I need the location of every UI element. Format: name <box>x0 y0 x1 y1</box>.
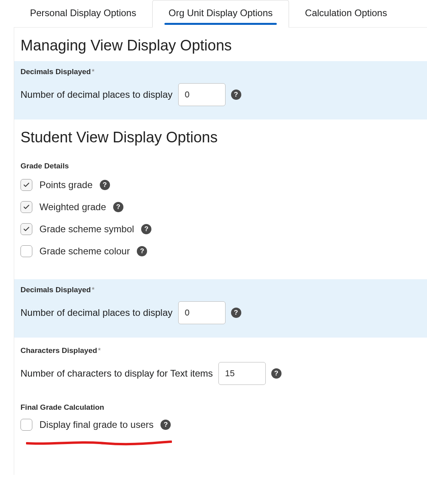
decimals-displayed-student: Decimals Displayed* Number of decimal pl… <box>14 279 427 338</box>
field-title-characters-displayed: Characters Displayed* <box>21 346 421 355</box>
help-icon[interactable]: ? <box>137 246 147 256</box>
label-grade-scheme-colour: Grade scheme colour <box>39 246 130 257</box>
checkbox-display-final-grade[interactable] <box>21 419 32 431</box>
characters-displayed-section: Characters Displayed* Number of characte… <box>14 338 427 388</box>
heading-managing-view: Managing View Display Options <box>21 37 427 54</box>
checkbox-points-grade[interactable] <box>21 179 32 191</box>
required-star: * <box>91 286 94 294</box>
field-title-grade-details: Grade Details <box>21 162 421 170</box>
help-icon[interactable]: ? <box>231 308 241 318</box>
tab-personal-display-options[interactable]: Personal Display Options <box>14 0 152 28</box>
checkbox-grade-scheme-colour[interactable] <box>21 245 32 257</box>
decimals-displayed-managing: Decimals Displayed* Number of decimal pl… <box>14 61 427 119</box>
label-decimal-places-managing: Number of decimal places to display <box>21 89 173 100</box>
help-icon[interactable]: ? <box>271 368 282 379</box>
tab-org-unit-display-options[interactable]: Org Unit Display Options <box>152 0 289 28</box>
grade-details-section: Grade Details Points grade ? Weighted gr… <box>14 153 427 271</box>
heading-student-view: Student View Display Options <box>21 129 427 146</box>
settings-panel: Managing View Display Options Decimals D… <box>14 27 427 475</box>
field-title-decimals-managing: Decimals Displayed* <box>21 67 421 76</box>
help-icon[interactable]: ? <box>113 202 123 212</box>
tabs: Personal Display Options Org Unit Displa… <box>0 0 427 28</box>
required-star: * <box>91 67 94 76</box>
help-icon[interactable]: ? <box>231 90 241 100</box>
annotation-underline <box>26 440 172 448</box>
help-icon[interactable]: ? <box>160 420 171 430</box>
field-title-final-grade-calculation: Final Grade Calculation <box>21 403 421 412</box>
label-decimal-places-student: Number of decimal places to display <box>21 307 173 318</box>
tab-calculation-options[interactable]: Calculation Options <box>289 0 403 28</box>
input-decimal-places-managing[interactable] <box>178 83 226 106</box>
help-icon[interactable]: ? <box>141 224 151 234</box>
checkbox-weighted-grade[interactable] <box>21 201 32 213</box>
label-display-final-grade: Display final grade to users <box>39 419 153 430</box>
label-grade-scheme-symbol: Grade scheme symbol <box>39 224 134 235</box>
input-decimal-places-student[interactable] <box>178 301 226 324</box>
required-star: * <box>98 346 101 355</box>
input-characters-displayed[interactable] <box>218 362 266 385</box>
checkbox-grade-scheme-symbol[interactable] <box>21 223 32 235</box>
field-title-decimals-student: Decimals Displayed* <box>21 286 421 294</box>
help-icon[interactable]: ? <box>100 180 110 190</box>
label-characters-displayed: Number of characters to display for Text… <box>21 368 213 379</box>
label-points-grade: Points grade <box>39 179 93 190</box>
final-grade-calculation-section: Final Grade Calculation Display final gr… <box>14 388 427 451</box>
label-weighted-grade: Weighted grade <box>39 202 106 213</box>
